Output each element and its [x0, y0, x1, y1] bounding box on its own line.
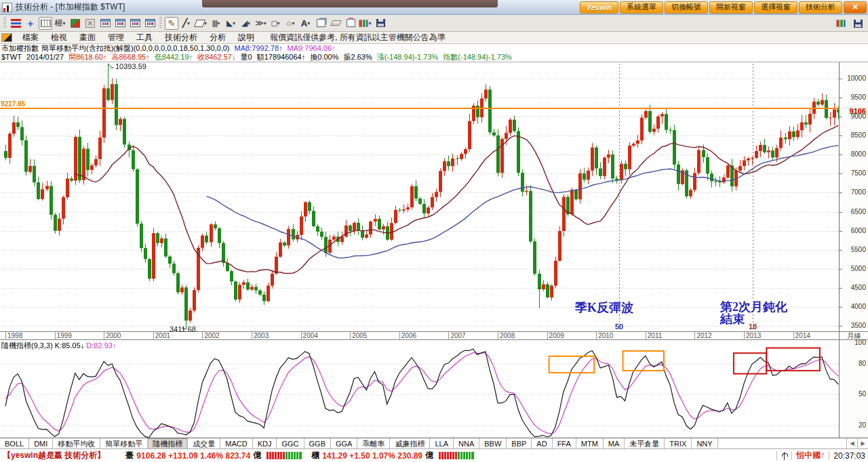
y-axis-tick: 6500	[851, 208, 866, 215]
tab-nna[interactable]: NNA	[454, 438, 479, 448]
main-chart-canvas[interactable]	[0, 62, 839, 331]
tab-macd[interactable]: MACD	[220, 438, 252, 448]
color-palette-icon[interactable]: ▾	[359, 17, 372, 30]
tile-windows-icon[interactable]	[834, 17, 848, 30]
tab-stochastic[interactable]: 隨機指標	[148, 438, 188, 448]
disclaimer-text: 報價資訊僅供參考, 所有資訊以主管機關公告為準	[270, 32, 446, 43]
chart-disabled-icon[interactable]: ✕	[83, 17, 97, 30]
kd-indicator-name: 隨機指標(9,3,3)	[1, 341, 53, 350]
kd-chart-canvas[interactable]	[0, 340, 839, 438]
tab-simple-ma[interactable]: 簡單移動平	[100, 438, 148, 448]
text-tool-icon[interactable]: A▾	[299, 17, 313, 30]
tab-dmi[interactable]: DMI	[29, 438, 53, 448]
tab-scroll-left-icon[interactable]: ◀	[846, 438, 857, 448]
x-axis: 1998199920002001200220032004200520062007…	[0, 331, 839, 340]
tab-ad[interactable]: AD	[532, 438, 552, 448]
menu-help[interactable]: 說明	[232, 32, 260, 43]
menu-manage[interactable]: 管理	[102, 32, 130, 43]
rights-adjust-button[interactable]: 權▾	[54, 17, 67, 30]
tab-boll[interactable]: BOLL	[0, 438, 29, 448]
layout-window-1-icon[interactable]	[98, 17, 112, 30]
tab-kdj[interactable]: KDJ	[253, 438, 277, 448]
tab-bbw[interactable]: BBW	[479, 438, 507, 448]
tab-scroll-right-icon[interactable]: ▶	[857, 438, 868, 448]
quote-date: 2014/01/27	[26, 53, 64, 61]
status-bar: 【yeswin越是贏 技術分析】 臺 9106.28 +131.09 1.46%…	[0, 449, 868, 462]
menu-tools[interactable]: 工具	[130, 32, 159, 43]
menu-view[interactable]: 檢視	[45, 32, 73, 43]
parent-window-strip	[202, 0, 498, 7]
amount-value: 額178946064↑	[257, 53, 306, 61]
clock: 20:37:03	[833, 451, 865, 461]
y-axis-dash	[840, 307, 842, 308]
vertical-grid-tool-icon[interactable]: ||||▾	[210, 17, 223, 30]
taiex-quote: 9106.28 +131.09 1.46% 823.74	[136, 451, 250, 461]
statusbar-divider	[791, 451, 792, 460]
ellipse-tool-icon[interactable]: ○▾	[284, 17, 298, 30]
tab-ma-converge[interactable]: 移動平均收	[53, 438, 100, 448]
toolbar-drag-handle[interactable]	[3, 17, 6, 29]
menu-bar: 檔案 檢視 畫面 管理 工具 技術分析 分析 說明 報價資訊僅供參考, 所有資訊…	[0, 32, 868, 44]
trendline-tool-icon[interactable]: ╱▾	[180, 17, 193, 30]
toolbar-drag-handle-2[interactable]	[159, 17, 162, 29]
x-axis-year-2013: 2013	[744, 332, 761, 340]
tab-gga[interactable]: GGA	[331, 438, 357, 448]
x-axis-year-2009: 2009	[547, 332, 564, 340]
x-axis-year-2007: 2007	[448, 332, 465, 340]
menu-file[interactable]: 檔案	[16, 32, 45, 43]
tab-open-interest[interactable]: 未平倉量	[625, 438, 665, 448]
tab-williams[interactable]: 威廉指標	[390, 438, 430, 448]
layout-window-4-icon[interactable]	[143, 17, 157, 30]
speed-fan-tool-icon[interactable]: ◣▾	[224, 17, 238, 30]
rectangle-tool-icon[interactable]: □▾	[269, 17, 283, 30]
x-axis-year-2002: 2002	[202, 332, 219, 340]
layout-window-2-icon[interactable]	[113, 17, 127, 30]
copy-icon[interactable]	[314, 17, 328, 30]
tab-ma[interactable]: MA	[604, 438, 625, 448]
pan-move-icon[interactable]: +	[24, 17, 37, 30]
gann-fan-tool-icon[interactable]: ◢▾	[239, 17, 253, 30]
tab-ggc[interactable]: GGC	[277, 438, 304, 448]
window-title: 技術分析 - [市加權指數 $TWT]	[16, 1, 125, 13]
yeswin-logo-button[interactable]: Yeswin	[580, 1, 619, 14]
channel-tool-icon[interactable]: ▾	[195, 17, 208, 30]
parallel-tool-icon[interactable]: ≫▾	[254, 17, 268, 30]
tab-bbp[interactable]: BBP	[507, 438, 532, 448]
tab-volume[interactable]: 成交量	[188, 438, 220, 448]
ma-settings: 簡單移動平均(含扣抵)(解盤)(0,0,0,0,0,0,0,18,50,1,30…	[41, 44, 230, 52]
tab-nny[interactable]: NNY	[692, 438, 717, 448]
otc-minibars-icon	[439, 452, 474, 459]
tab-ggb[interactable]: GGB	[304, 438, 331, 448]
close-value: 收8462.57↓	[197, 53, 235, 61]
new-window-button[interactable]: 開新視窗	[709, 1, 753, 14]
menu-screen[interactable]: 畫面	[73, 32, 102, 43]
paste-icon[interactable]	[344, 17, 357, 30]
close-button[interactable]: ✕	[844, 1, 867, 14]
menu-logo-icon	[1, 33, 12, 42]
tab-mtm[interactable]: MTM	[576, 438, 604, 448]
chart-style-icon[interactable]	[68, 17, 82, 30]
system-menu-button[interactable]: 系統選單	[620, 1, 663, 14]
switch-account-button[interactable]: 切換帳號	[665, 1, 708, 14]
tab-trix[interactable]: TRIX	[665, 438, 692, 448]
tab-bias[interactable]: 乖離率	[357, 438, 390, 448]
y-axis-tick: 7500	[851, 169, 866, 177]
tab-lla[interactable]: LLA	[430, 438, 454, 448]
save-icon[interactable]	[374, 17, 387, 30]
ruler-measure-icon[interactable]	[39, 17, 52, 30]
tab-ffa[interactable]: FFA	[553, 438, 576, 448]
select-window-button[interactable]: 選擇視窗	[754, 1, 797, 14]
title-bar: 技術分析 - [市加權指數 $TWT] Yeswin 系統選單 切換帳號 開新視…	[0, 0, 868, 15]
draw-pointer-icon[interactable]: ✎	[165, 17, 178, 30]
eraser-icon[interactable]	[329, 17, 342, 30]
indicator-list-icon[interactable]	[9, 17, 22, 30]
y-axis-dash	[840, 326, 842, 327]
menu-tech-analysis[interactable]: 技術分析	[159, 32, 203, 43]
change-value: 漲(-148.94)-1.73%	[377, 53, 439, 61]
menu-analysis[interactable]: 分析	[203, 32, 232, 43]
layout-window-3-icon[interactable]	[128, 17, 142, 30]
kd-d-value: D:82.93↑	[86, 341, 116, 350]
tech-analysis-button[interactable]: 技術分析	[799, 1, 842, 14]
market-ticker[interactable]: 恒中國↑	[796, 450, 825, 461]
save-layout-icon[interactable]	[851, 17, 865, 30]
